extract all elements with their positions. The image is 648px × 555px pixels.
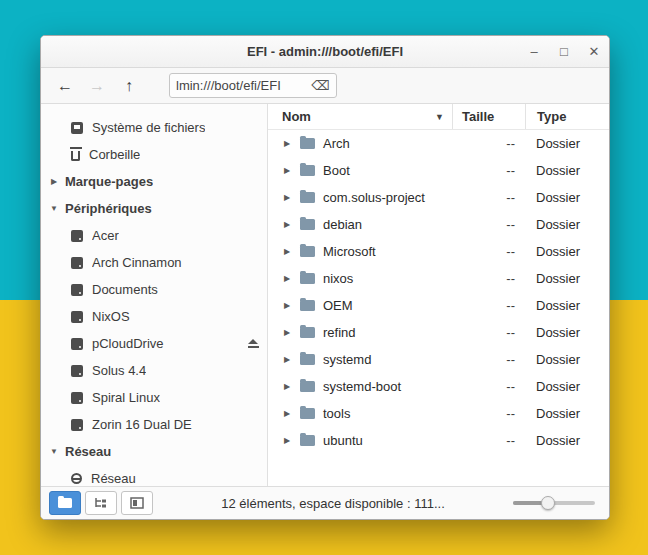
forward-button[interactable]: → xyxy=(83,73,111,99)
drive-icon xyxy=(71,230,83,242)
cloud-drive-icon xyxy=(71,338,83,350)
row-expander-icon[interactable]: ▶ xyxy=(282,436,292,445)
desktop: { "window": { "title": "EFI - admin:///b… xyxy=(0,0,648,555)
sidebar-item-documents[interactable]: Documents xyxy=(41,276,267,303)
icon-view-toggle[interactable] xyxy=(49,491,81,515)
folder-icon xyxy=(300,381,315,392)
maximize-button[interactable]: □ xyxy=(549,37,579,67)
folder-icon xyxy=(58,498,72,508)
status-text: 12 éléments, espace disponible : 111... xyxy=(157,496,509,511)
trash-icon xyxy=(71,151,80,161)
close-button[interactable]: ✕ xyxy=(579,37,609,67)
row-expander-icon[interactable]: ▶ xyxy=(282,193,292,202)
location-bar[interactable]: lmin:///boot/efi/EFI ⌫ xyxy=(169,73,337,98)
chevron-right-icon[interactable]: ▶ xyxy=(49,177,59,186)
row-expander-icon[interactable]: ▶ xyxy=(282,139,292,148)
folder-icon xyxy=(300,327,315,338)
sidebar-section-devices[interactable]: ▼ Périphériques xyxy=(41,195,267,222)
statusbar: 12 éléments, espace disponible : 111... xyxy=(41,486,609,519)
sidebar-item-filesystem[interactable]: Système de fichiers xyxy=(41,114,267,141)
sidebar-section-bookmarks[interactable]: ▶ Marque-pages xyxy=(41,168,267,195)
row-expander-icon[interactable]: ▶ xyxy=(282,382,292,391)
folder-icon xyxy=(300,192,315,203)
window-controls: – □ ✕ xyxy=(519,37,609,67)
file-list: ▶Arch -- Dossier ▶Boot -- Dossier ▶com.s… xyxy=(268,130,609,486)
tree-view-icon xyxy=(94,497,108,509)
sidebar-item-solus[interactable]: Solus 4.4 xyxy=(41,357,267,384)
sidebar: Système de fichiers Corbeille ▶ Marque-p… xyxy=(41,104,268,486)
sidebar-item-acer[interactable]: Acer xyxy=(41,222,267,249)
network-icon xyxy=(71,473,82,484)
zoom-slider[interactable] xyxy=(513,501,595,505)
sidebar-item-spiral-linux[interactable]: Spiral Linux xyxy=(41,384,267,411)
sidebar-item-zorin[interactable]: Zorin 16 Dual DE xyxy=(41,411,267,438)
drive-icon xyxy=(71,392,83,404)
file-row[interactable]: ▶tools -- Dossier xyxy=(268,400,609,427)
back-button[interactable]: ← xyxy=(51,73,79,99)
column-headers: Nom ▼ Taille Type xyxy=(268,104,609,130)
compact-view-toggle[interactable] xyxy=(121,491,153,515)
compact-view-icon xyxy=(130,497,144,509)
up-button[interactable]: ↑ xyxy=(115,73,143,99)
drive-icon xyxy=(71,419,83,431)
row-expander-icon[interactable]: ▶ xyxy=(282,301,292,310)
file-row[interactable]: ▶com.solus-project -- Dossier xyxy=(268,184,609,211)
sort-descending-icon[interactable]: ▼ xyxy=(435,112,444,122)
row-expander-icon[interactable]: ▶ xyxy=(282,328,292,337)
folder-icon xyxy=(300,138,315,149)
file-row[interactable]: ▶ubuntu -- Dossier xyxy=(268,427,609,454)
column-header-type[interactable]: Type xyxy=(525,104,609,129)
chevron-down-icon[interactable]: ▼ xyxy=(49,204,59,213)
minimize-button[interactable]: – xyxy=(519,37,549,67)
sidebar-item-trash[interactable]: Corbeille xyxy=(41,141,267,168)
row-expander-icon[interactable]: ▶ xyxy=(282,355,292,364)
file-row[interactable]: ▶systemd -- Dossier xyxy=(268,346,609,373)
folder-icon xyxy=(300,354,315,365)
folder-icon xyxy=(300,300,315,311)
folder-icon xyxy=(300,219,315,230)
column-header-size[interactable]: Taille xyxy=(452,104,525,129)
location-text[interactable]: lmin:///boot/efi/EFI xyxy=(176,78,308,93)
drive-icon xyxy=(71,257,83,269)
row-expander-icon[interactable]: ▶ xyxy=(282,247,292,256)
drive-icon xyxy=(71,284,83,296)
folder-icon xyxy=(300,273,315,284)
file-manager-window: EFI - admin:///boot/efi/EFI – □ ✕ ← → ↑ … xyxy=(40,35,610,520)
folder-icon xyxy=(300,408,315,419)
row-expander-icon[interactable]: ▶ xyxy=(282,166,292,175)
folder-icon xyxy=(300,246,315,257)
file-row[interactable]: ▶Arch -- Dossier xyxy=(268,130,609,157)
sidebar-item-pclouddrive[interactable]: pCloudDrive xyxy=(41,330,267,357)
sidebar-item-network[interactable]: Réseau xyxy=(41,465,267,486)
file-row[interactable]: ▶refind -- Dossier xyxy=(268,319,609,346)
folder-icon xyxy=(300,165,315,176)
file-row[interactable]: ▶Microsoft -- Dossier xyxy=(268,238,609,265)
row-expander-icon[interactable]: ▶ xyxy=(282,274,292,283)
column-header-name[interactable]: Nom ▼ xyxy=(268,109,452,124)
file-row[interactable]: ▶OEM -- Dossier xyxy=(268,292,609,319)
eject-icon[interactable] xyxy=(248,339,259,348)
filesystem-icon xyxy=(71,122,83,134)
drive-icon xyxy=(71,365,83,377)
file-list-pane: Nom ▼ Taille Type ▶Arch -- Dossier ▶Boot xyxy=(268,104,609,486)
file-row[interactable]: ▶nixos -- Dossier xyxy=(268,265,609,292)
sidebar-section-network[interactable]: ▼ Réseau xyxy=(41,438,267,465)
file-row[interactable]: ▶systemd-boot -- Dossier xyxy=(268,373,609,400)
zoom-slider-knob[interactable] xyxy=(541,496,555,510)
folder-icon xyxy=(300,435,315,446)
row-expander-icon[interactable]: ▶ xyxy=(282,409,292,418)
titlebar[interactable]: EFI - admin:///boot/efi/EFI – □ ✕ xyxy=(41,36,609,68)
file-row[interactable]: ▶debian -- Dossier xyxy=(268,211,609,238)
content-area: Système de fichiers Corbeille ▶ Marque-p… xyxy=(41,104,609,486)
row-expander-icon[interactable]: ▶ xyxy=(282,220,292,229)
sidebar-item-arch-cinnamon[interactable]: Arch Cinnamon xyxy=(41,249,267,276)
tree-view-toggle[interactable] xyxy=(85,491,117,515)
sidebar-item-nixos[interactable]: NixOS xyxy=(41,303,267,330)
file-row[interactable]: ▶Boot -- Dossier xyxy=(268,157,609,184)
drive-icon xyxy=(71,311,83,323)
clear-location-icon[interactable]: ⌫ xyxy=(312,78,330,93)
toolbar: ← → ↑ lmin:///boot/efi/EFI ⌫ xyxy=(41,68,609,104)
chevron-down-icon[interactable]: ▼ xyxy=(49,447,59,456)
